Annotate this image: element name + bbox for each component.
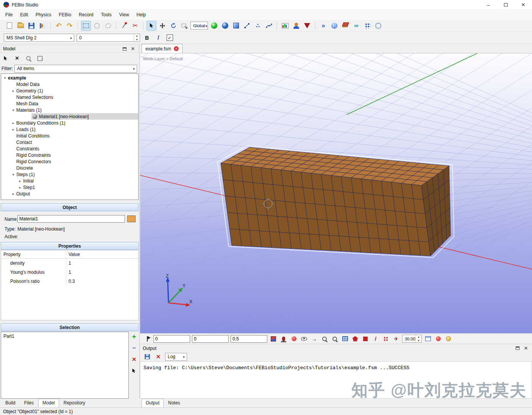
box-primitive-button[interactable] <box>231 21 241 31</box>
property-row-poissons-ratio[interactable]: Poisson's ratio 0.3 <box>1 277 138 286</box>
tree-item-named-selections[interactable]: Named Selections <box>1 94 138 100</box>
node-points-button[interactable] <box>253 21 263 31</box>
chevron-right-icon[interactable] <box>10 192 16 196</box>
show-mesh-button[interactable] <box>269 335 278 343</box>
object-name-input[interactable] <box>17 215 125 223</box>
tree-item-material1-selected[interactable]: Material1 [neo-Hookean] <box>1 113 138 120</box>
clear-log-button[interactable] <box>154 353 162 361</box>
sphere-blue-button[interactable] <box>220 21 230 31</box>
menu-tools[interactable]: Tools <box>97 11 115 19</box>
box-select-button[interactable] <box>81 21 91 31</box>
export-item-button[interactable] <box>36 54 44 62</box>
new-file-button[interactable] <box>5 21 14 31</box>
plot-chart-button[interactable] <box>280 21 290 31</box>
circle-select-button[interactable] <box>92 21 102 31</box>
save-button[interactable] <box>27 21 36 31</box>
close-output-button[interactable] <box>523 345 529 352</box>
point-grid-button[interactable] <box>362 21 372 31</box>
bold-button[interactable]: B <box>142 34 151 42</box>
property-row-density[interactable]: density 1 <box>1 259 138 268</box>
zoom-region-button[interactable] <box>179 21 189 31</box>
filter-select[interactable]: All items <box>14 65 137 73</box>
globe-button[interactable] <box>329 21 339 31</box>
tree-item-geometry[interactable]: Geometry (1) <box>1 87 138 94</box>
font-select[interactable]: MS Shell Dlg 2 <box>4 34 74 42</box>
snapshot-button[interactable] <box>444 335 452 343</box>
tree-item-rigid-connectors[interactable]: Rigid Connectors <box>1 158 138 165</box>
chevron-right-icon[interactable] <box>17 186 23 189</box>
apply-toggle-button[interactable] <box>165 34 174 42</box>
point-circle-button[interactable] <box>373 21 383 31</box>
material-button[interactable] <box>302 21 312 31</box>
user-material-button[interactable] <box>291 21 301 31</box>
pick-tool-button[interactable] <box>119 21 129 31</box>
sphere-green-button[interactable] <box>209 21 219 31</box>
fly-mode-button[interactable] <box>392 335 400 343</box>
edge-segment-button[interactable] <box>242 21 252 31</box>
selection-list-item[interactable]: Part1 <box>3 334 126 339</box>
tree-item-materials[interactable]: Materials (1) <box>1 107 138 113</box>
select-faces-button[interactable] <box>361 335 370 343</box>
pin-note-button[interactable] <box>143 335 151 343</box>
tab-files[interactable]: Files <box>20 399 38 407</box>
tab-model[interactable]: Model <box>38 399 59 407</box>
tree-item-step1[interactable]: Step1 <box>1 184 138 190</box>
pan-tool-button[interactable] <box>158 21 167 31</box>
log-mode-select[interactable]: Log <box>165 353 187 361</box>
tree-item-contact[interactable]: Contact <box>1 139 138 145</box>
tree-item-initial-conditions[interactable]: Initial Conditions <box>1 133 138 139</box>
angle-spinner[interactable]: 30.00▲▼ <box>402 335 422 343</box>
freehand-select-button[interactable] <box>103 21 113 31</box>
close-panel-button[interactable] <box>129 45 136 52</box>
chevron-down-icon[interactable] <box>10 173 16 176</box>
viewport-3d[interactable]: Z Y X <box>140 53 532 333</box>
menu-help[interactable]: Help <box>133 11 150 19</box>
tab-output[interactable]: Output <box>142 399 164 407</box>
coordinate-system-select[interactable]: Global <box>190 22 208 30</box>
chevron-right-icon[interactable] <box>10 89 16 93</box>
menu-physics[interactable]: Physics <box>32 11 55 19</box>
pointer-tool-button[interactable] <box>147 21 156 31</box>
search-button[interactable] <box>24 54 33 62</box>
curve-points-button[interactable] <box>264 21 274 31</box>
font-size-spinner[interactable]: 0▲▼ <box>76 34 140 42</box>
tree-item-model-data[interactable]: Model Data <box>1 81 138 87</box>
next-view-button[interactable] <box>310 335 318 343</box>
save-log-button[interactable] <box>143 353 151 361</box>
tree-item-constraints[interactable]: Constraints <box>1 145 138 152</box>
layers-button[interactable] <box>340 21 350 31</box>
menu-record[interactable]: Record <box>75 11 97 19</box>
tree-item-output[interactable]: Output <box>1 190 138 197</box>
add-selection-button[interactable] <box>130 332 138 341</box>
render-mode-button[interactable] <box>290 335 298 343</box>
undo-button[interactable] <box>54 21 64 31</box>
coord-z-input[interactable] <box>231 335 267 343</box>
menu-febio[interactable]: FEBio <box>55 11 75 19</box>
tab-build[interactable]: Build <box>1 399 20 407</box>
coord-y-input[interactable] <box>192 335 229 343</box>
select-item-button[interactable] <box>2 54 10 62</box>
delete-selection-button[interactable] <box>130 355 138 364</box>
select-elements-button[interactable] <box>351 335 359 343</box>
coord-x-input[interactable] <box>153 335 190 343</box>
float-panel-button[interactable] <box>121 45 128 52</box>
tree-item-loads[interactable]: Loads (1) <box>1 126 138 133</box>
show-grid-button[interactable] <box>341 335 349 343</box>
section-plane-button[interactable] <box>279 335 288 343</box>
tree-item-steps[interactable]: Steps (1) <box>1 171 138 178</box>
visibility-button[interactable] <box>300 335 308 343</box>
tree-item-mesh-data[interactable]: Mesh Data <box>1 100 138 107</box>
italic-button[interactable]: I <box>154 34 163 42</box>
tree-item-boundary-conditions[interactable]: Boundary Conditions (1) <box>1 120 138 126</box>
zoom-select-button[interactable] <box>320 335 329 343</box>
chevron-right-icon[interactable] <box>10 128 16 131</box>
menu-view[interactable]: View <box>115 11 133 19</box>
maximize-button[interactable] <box>497 0 515 9</box>
close-button[interactable] <box>515 0 532 9</box>
mesh-box[interactable] <box>221 147 451 256</box>
chevron-right-icon[interactable] <box>17 179 23 183</box>
link-button[interactable] <box>351 21 361 31</box>
select-nodes-button[interactable] <box>382 335 390 343</box>
tree-item-discrete[interactable]: Discrete <box>1 165 138 171</box>
zoom-extents-button[interactable] <box>331 335 339 343</box>
